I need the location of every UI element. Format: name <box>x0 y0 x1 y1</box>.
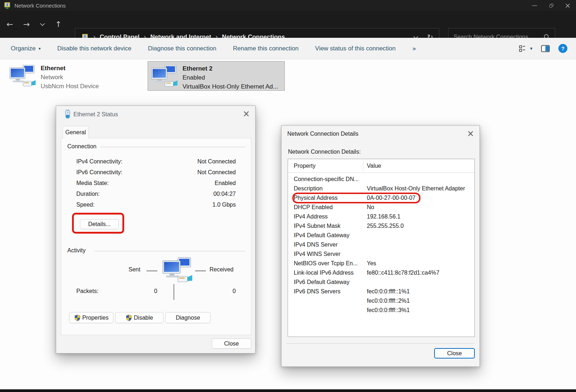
group-divider <box>100 147 245 147</box>
group-divider <box>94 251 245 251</box>
activity-group-label: Activity <box>67 247 86 254</box>
details-table: Property Value Connection-specific DN...… <box>288 159 475 337</box>
preview-pane-icon[interactable] <box>541 45 550 52</box>
connection-item-ethernet2[interactable]: Ethernet 2 Enabled VirtualBox Host-Only … <box>148 61 285 91</box>
connection-group-label: Connection <box>67 143 96 150</box>
address-bar-row: ← → ↑ › Control Panel › Network and Inte… <box>0 11 576 38</box>
table-header: Property Value <box>288 159 474 173</box>
chevron-down-icon: ▾ <box>39 46 41 51</box>
app-icon <box>4 2 11 9</box>
uac-shield-icon <box>74 315 81 321</box>
row-value: 1.0 Gbps <box>212 202 236 208</box>
column-value[interactable]: Value <box>367 163 381 169</box>
activity-network-icon <box>162 257 192 284</box>
window-title: Network Connections <box>14 3 66 9</box>
sent-label: Sent <box>129 266 140 273</box>
rename-connection-button[interactable]: Rename this connection <box>233 45 298 52</box>
connection-device: UsbNcm Host Device <box>41 82 99 91</box>
divider <box>147 270 157 271</box>
packets-divider <box>174 284 174 300</box>
network-adapter-icon <box>151 65 177 88</box>
close-icon[interactable]: × <box>467 129 474 138</box>
table-row-physical-address: Physical Address0A-00-27-00-00-07 <box>288 193 474 203</box>
status-row: Speed: 1.0 Gbps <box>76 199 236 210</box>
status-row: Media State: Enabled <box>76 178 236 189</box>
status-row: Duration: 00:04:27 <box>76 189 236 199</box>
tab-general[interactable]: General <box>63 126 89 139</box>
details-list-label: Network Connection Details: <box>288 149 361 155</box>
diagnose-connection-button[interactable]: Diagnose this connection <box>148 45 216 52</box>
connection-name: Ethernet 2 <box>183 64 278 73</box>
footer-divider <box>287 343 474 344</box>
row-value: 00:04:27 <box>213 191 236 197</box>
table-row: DHCP EnabledNo <box>288 203 474 212</box>
uac-shield-icon <box>126 315 132 321</box>
dialog-title: Ethernet 2 Status <box>73 111 118 118</box>
bottom-edge <box>0 389 576 392</box>
row-label: IPv6 Connectivity: <box>76 169 122 176</box>
table-row: IPv4 Default Gateway <box>288 231 474 240</box>
table-row: DescriptionVirtualBox Host-Only Ethernet… <box>288 184 474 193</box>
row-value: Not Connected <box>197 169 236 176</box>
table-row: IPv4 WINS Server <box>288 249 474 259</box>
help-icon[interactable]: ? <box>558 44 567 53</box>
close-window-button[interactable]: × <box>559 0 576 11</box>
table-body: Connection-specific DN... DescriptionVir… <box>288 173 474 315</box>
table-row: Link-local IPv6 Addressfe80::c411:8c78:f… <box>288 268 474 278</box>
table-row: fec0:0:0:ffff::3%1 <box>288 306 474 315</box>
connection-name: Ethernet <box>41 64 99 73</box>
chevron-down-icon: ▾ <box>530 46 532 51</box>
window-titlebar: Network Connections — × <box>0 0 576 11</box>
connection-status: Enabled <box>183 73 278 82</box>
view-status-button[interactable]: View status of this connection <box>315 45 396 52</box>
row-label: Duration: <box>76 191 100 197</box>
forward-button[interactable]: → <box>23 21 30 28</box>
close-icon[interactable]: × <box>243 109 250 118</box>
restore-icon <box>549 4 553 8</box>
disable-button[interactable]: Disable <box>115 312 163 323</box>
details-button[interactable]: Details... <box>80 219 119 229</box>
status-close-button[interactable]: Close <box>212 338 251 349</box>
organize-menu[interactable]: Organize ▾ <box>11 45 41 52</box>
network-connections-window: Network Connections — × ← → ↑ › Control … <box>0 0 576 392</box>
column-divider <box>363 161 363 171</box>
disable-network-device-button[interactable]: Disable this network device <box>57 45 131 52</box>
status-row: IPv6 Connectivity: Not Connected <box>76 167 236 178</box>
network-adapter-icon <box>9 65 36 88</box>
row-label: Media State: <box>76 180 109 186</box>
row-value: Not Connected <box>197 158 236 165</box>
packets-sent-value: 0 <box>133 288 157 294</box>
restore-button[interactable] <box>543 0 559 11</box>
packets-received-value: 0 <box>212 288 236 294</box>
connection-status: Network <box>41 73 99 82</box>
received-label: Received <box>210 266 234 273</box>
table-row: Connection-specific DN... <box>288 175 474 184</box>
change-view-button[interactable]: ▾ <box>519 45 532 52</box>
recent-pages-chevron[interactable] <box>40 23 45 26</box>
diagnose-button[interactable]: Diagnose <box>165 312 211 323</box>
column-property[interactable]: Property <box>294 163 315 169</box>
toolbar-overflow-chevron[interactable]: » <box>412 45 416 52</box>
details-close-button[interactable]: Close <box>434 348 475 359</box>
row-label: IPv4 Connectivity: <box>76 158 122 165</box>
dialog-title: Network Connection Details <box>287 131 358 137</box>
table-row: IPv4 Subnet Mask255.255.255.0 <box>288 221 474 231</box>
row-value: Enabled <box>215 180 236 186</box>
connection-item-ethernet[interactable]: Ethernet Network UsbNcm Host Device <box>9 61 139 91</box>
packets-label: Packets: <box>76 288 98 294</box>
connection-device: VirtualBox Host-Only Ethernet Ad... <box>183 82 278 91</box>
view-list-icon <box>519 45 526 52</box>
minimize-button[interactable]: — <box>526 0 543 11</box>
table-row: IPv4 DNS Server <box>288 240 474 249</box>
properties-button[interactable]: Properties <box>69 312 113 323</box>
ethernet2-status-dialog: Ethernet 2 Status × General Connection I… <box>56 105 256 353</box>
table-row: NetBIOS over Tcpip En...Yes <box>288 259 474 268</box>
row-label: Speed: <box>76 202 95 208</box>
table-row: IPv6 DNS Serversfec0:0:0:ffff::1%1 <box>288 287 474 296</box>
status-row: IPv4 Connectivity: Not Connected <box>76 156 236 167</box>
command-toolbar: Organize ▾ Disable this network device D… <box>0 38 576 59</box>
back-button[interactable]: ← <box>6 21 13 28</box>
up-button[interactable]: ↑ <box>55 21 62 28</box>
divider <box>195 270 206 271</box>
general-tab-panel: Connection IPv4 Connectivity: Not Connec… <box>61 138 251 335</box>
